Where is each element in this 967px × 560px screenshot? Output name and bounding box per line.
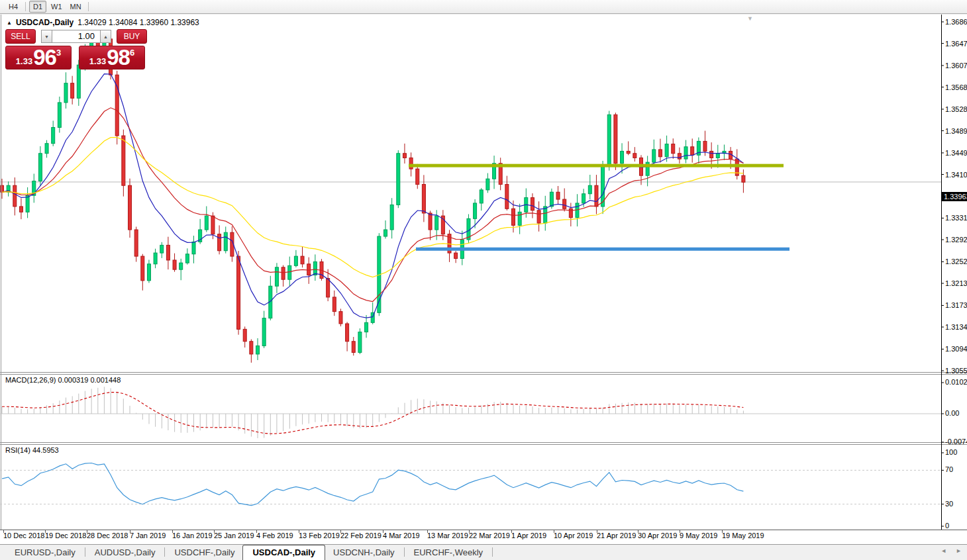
- date-axis-label: 7 Jan 2019: [130, 532, 166, 539]
- date-axis-label: 19 Dec 2018: [45, 532, 86, 539]
- date-axis-label: 28 Dec 2018: [87, 532, 128, 539]
- price-axis-label: 1.35680: [945, 83, 967, 91]
- date-axis-label: 4 Feb 2019: [256, 532, 293, 539]
- macd-histogram: [2, 387, 743, 438]
- tab-separator: [404, 547, 405, 557]
- macd-signal-line: [2, 393, 743, 434]
- sell-button[interactable]: SELL: [5, 29, 36, 44]
- price-axis-label: 1.31730: [945, 301, 967, 309]
- date-axis-label: 22 Mar 2019: [469, 532, 510, 539]
- moving-average-medium: [2, 108, 743, 302]
- price-axis-label: 1.31340: [945, 323, 967, 331]
- macd-indicator-label: MACD(12,26,9) 0.000319 0.001448: [5, 376, 121, 384]
- buy-price-base: 1.33: [89, 55, 106, 68]
- chart-symbol-label: USDCAD-,Daily: [16, 18, 74, 27]
- price-axis-label: 1.36860: [945, 18, 967, 26]
- date-axis-label: 21 Apr 2019: [597, 532, 636, 539]
- macd-axis-label: -0.00747: [945, 438, 967, 445]
- tab-separator: [164, 547, 165, 557]
- volume-input[interactable]: 1.00: [52, 30, 100, 43]
- price-axis-label: 1.34890: [945, 127, 967, 135]
- price-chart-canvas[interactable]: [0, 15, 967, 544]
- tab-separator: [85, 547, 85, 557]
- date-axis-label: 22 Feb 2019: [340, 532, 382, 539]
- volume-decrease-button[interactable]: ▼: [41, 30, 52, 43]
- price-axis-label: 1.36070: [945, 62, 967, 70]
- symbol-tab-usdchf[interactable]: USDCHF-,Daily: [166, 545, 242, 560]
- application-window: H4D1W1MN ▲ USDCAD-,Daily 1.34029 1.34084…: [0, 0, 967, 560]
- chart-ohlc-values: 1.34029 1.34084 1.33960 1.33963: [77, 18, 199, 27]
- volume-increase-button[interactable]: ▲: [100, 30, 111, 43]
- price-axis-label: 1.32920: [945, 236, 967, 244]
- timeframe-button-h4[interactable]: H4: [5, 1, 22, 13]
- price-axis-label: 1.36470: [945, 40, 967, 48]
- sell-price-base: 1.33: [16, 55, 32, 68]
- chart-shift-marker-icon[interactable]: ▼: [747, 15, 753, 22]
- price-axis-label: 1.35280: [945, 105, 967, 113]
- date-axis-label: 10 Apr 2019: [554, 532, 593, 539]
- price-axis-label: 1.34490: [945, 149, 967, 157]
- rsi-axis-label: 0: [945, 522, 949, 530]
- date-axis-label: 25 Jan 2019: [214, 532, 254, 539]
- date-axis-label: 4 Mar 2019: [383, 532, 420, 539]
- chart-title: ▲ USDCAD-,Daily 1.34029 1.34084 1.33960 …: [7, 18, 199, 27]
- date-axis-label: 30 Apr 2019: [638, 532, 677, 539]
- toolbar-separator: [25, 2, 26, 11]
- date-axis-label: 13 Feb 2019: [299, 532, 340, 539]
- sell-price-panel[interactable]: 1.33 96 3: [5, 46, 72, 70]
- sell-price-pips: 96: [33, 46, 56, 68]
- buy-price-panel[interactable]: 1.33 98 6: [79, 46, 145, 70]
- rsi-axis-label: 30: [945, 500, 953, 508]
- tab-separator: [492, 547, 493, 557]
- timeframe-button-w1[interactable]: W1: [48, 1, 66, 13]
- date-axis-label: 1 Apr 2019: [511, 532, 546, 539]
- timeframe-button-mn[interactable]: MN: [67, 1, 85, 13]
- symbol-tab-eurusd[interactable]: EURUSD-,Daily: [7, 545, 83, 560]
- current-price-tag: 1.33963: [942, 192, 967, 201]
- date-axis-label: 13 Mar 2019: [427, 532, 468, 539]
- buy-button[interactable]: BUY: [117, 29, 147, 44]
- timeframe-toolbar: H4D1W1MN: [0, 0, 967, 14]
- chart-window: ▲ USDCAD-,Daily 1.34029 1.34084 1.33960 …: [0, 15, 967, 544]
- tab-scroll-right-icon[interactable]: ►: [956, 547, 962, 554]
- price-axis-label: 1.30940: [945, 345, 967, 353]
- timeframe-button-d1[interactable]: D1: [29, 1, 46, 13]
- macd-axis-label: 0.010229: [945, 378, 967, 386]
- moving-average-slow: [2, 138, 743, 277]
- symbol-tab-usdcad[interactable]: USDCAD-,Daily: [242, 545, 325, 560]
- buy-price-point: 6: [130, 48, 134, 57]
- symbol-tab-audusd[interactable]: AUDUSD-,Daily: [87, 545, 164, 560]
- moving-average-fast: [2, 74, 743, 318]
- price-axis-label: 1.30550: [945, 367, 967, 375]
- price-axis-label: 1.32520: [945, 257, 967, 265]
- buy-price-pips: 98: [107, 46, 130, 68]
- one-click-trading-panel: SELL ▼ 1.00 ▲ BUY 1.33 96 3 1.33 98 6: [5, 29, 148, 70]
- rsi-indicator-label: RSI(14) 44.5953: [5, 446, 59, 454]
- tab-scroll-left-icon[interactable]: ◄: [941, 547, 946, 554]
- rsi-axis-label: 70: [945, 465, 953, 473]
- tab-scroll-arrows: ◄ ►: [941, 547, 962, 554]
- price-axis-label: 1.32130: [945, 279, 967, 287]
- rsi-axis-label: 100: [945, 448, 957, 456]
- symbol-tab-usdcnh[interactable]: USDCNH-,Daily: [325, 545, 402, 560]
- sell-price-point: 3: [56, 48, 61, 57]
- collapse-triangle-icon[interactable]: ▲: [7, 20, 12, 26]
- horizontal-line-support: [416, 248, 789, 251]
- price-axis-label: 1.34100: [945, 171, 967, 179]
- symbol-tab-eurchf[interactable]: EURCHF-,Weekly: [406, 545, 491, 560]
- symbol-tab-bar: EURUSD-,DailyAUDUSD-,DailyUSDCHF-,DailyU…: [0, 544, 967, 560]
- macd-axis-label: 0.00: [945, 409, 959, 417]
- date-axis-label: 9 May 2019: [680, 532, 717, 539]
- date-axis-label: 19 May 2019: [722, 532, 764, 539]
- date-axis-label: 10 Dec 2018: [3, 532, 44, 539]
- price-axis-label: 1.33310: [945, 214, 967, 222]
- horizontal-line-resistance: [409, 164, 784, 167]
- toolbar-separator: [88, 2, 89, 11]
- rsi-line: [2, 463, 743, 506]
- date-axis-label: 16 Jan 2019: [172, 532, 213, 539]
